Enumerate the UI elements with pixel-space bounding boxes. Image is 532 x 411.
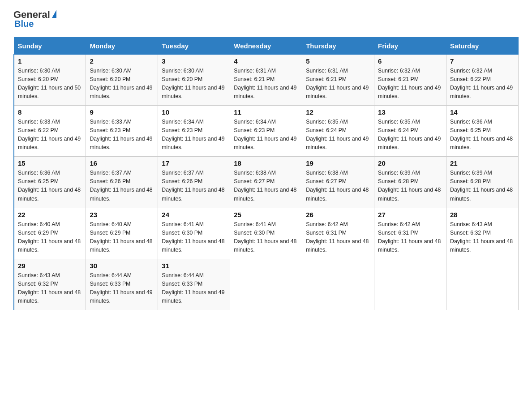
calendar-cell: 5Sunrise: 6:31 AMSunset: 6:21 PMDaylight… [302,55,374,106]
calendar-week-4: 22Sunrise: 6:40 AMSunset: 6:29 PMDayligh… [14,208,519,259]
calendar-cell: 13Sunrise: 6:35 AMSunset: 6:24 PMDayligh… [374,106,446,157]
calendar-cell: 23Sunrise: 6:40 AMSunset: 6:29 PMDayligh… [86,208,158,259]
day-number: 9 [90,108,154,116]
page-header: General Blue [13,9,519,29]
calendar-header-saturday: Saturday [446,38,519,55]
day-info: Sunrise: 6:35 AMSunset: 6:24 PMDaylight:… [306,118,370,152]
calendar-cell [302,259,374,310]
day-info: Sunrise: 6:44 AMSunset: 6:33 PMDaylight:… [162,271,226,305]
day-number: 16 [90,159,154,167]
day-number: 6 [378,57,442,65]
calendar-cell: 31Sunrise: 6:44 AMSunset: 6:33 PMDayligh… [158,259,230,310]
calendar-cell: 8Sunrise: 6:33 AMSunset: 6:22 PMDaylight… [14,106,86,157]
day-info: Sunrise: 6:37 AMSunset: 6:26 PMDaylight:… [90,169,154,203]
day-number: 15 [18,159,82,167]
day-number: 31 [162,262,226,270]
day-number: 13 [378,108,442,116]
calendar-week-3: 15Sunrise: 6:36 AMSunset: 6:25 PMDayligh… [14,157,519,208]
day-number: 3 [162,57,226,65]
day-info: Sunrise: 6:36 AMSunset: 6:25 PMDaylight:… [18,169,82,203]
day-number: 5 [306,57,370,65]
day-info: Sunrise: 6:30 AMSunset: 6:20 PMDaylight:… [90,67,154,101]
day-number: 12 [306,108,370,116]
day-info: Sunrise: 6:40 AMSunset: 6:29 PMDaylight:… [90,220,154,254]
day-number: 19 [306,159,370,167]
day-info: Sunrise: 6:30 AMSunset: 6:20 PMDaylight:… [162,67,226,101]
day-info: Sunrise: 6:42 AMSunset: 6:31 PMDaylight:… [306,220,370,254]
calendar-cell: 12Sunrise: 6:35 AMSunset: 6:24 PMDayligh… [302,106,374,157]
calendar-cell: 30Sunrise: 6:44 AMSunset: 6:33 PMDayligh… [86,259,158,310]
day-info: Sunrise: 6:44 AMSunset: 6:33 PMDaylight:… [90,271,154,305]
calendar-cell: 16Sunrise: 6:37 AMSunset: 6:26 PMDayligh… [86,157,158,208]
day-info: Sunrise: 6:39 AMSunset: 6:28 PMDaylight:… [378,169,442,203]
calendar-cell: 28Sunrise: 6:43 AMSunset: 6:32 PMDayligh… [446,208,519,259]
day-info: Sunrise: 6:43 AMSunset: 6:32 PMDaylight:… [18,271,82,305]
calendar-header-sunday: Sunday [14,38,86,55]
calendar-week-5: 29Sunrise: 6:43 AMSunset: 6:32 PMDayligh… [14,259,519,310]
day-info: Sunrise: 6:39 AMSunset: 6:28 PMDaylight:… [450,169,515,203]
day-info: Sunrise: 6:41 AMSunset: 6:30 PMDaylight:… [162,220,226,254]
day-info: Sunrise: 6:34 AMSunset: 6:23 PMDaylight:… [162,118,226,152]
day-info: Sunrise: 6:38 AMSunset: 6:27 PMDaylight:… [306,169,370,203]
calendar-cell: 7Sunrise: 6:32 AMSunset: 6:22 PMDaylight… [446,55,519,106]
day-number: 8 [18,108,82,116]
day-info: Sunrise: 6:36 AMSunset: 6:25 PMDaylight:… [450,118,515,152]
calendar-cell: 6Sunrise: 6:32 AMSunset: 6:21 PMDaylight… [374,55,446,106]
calendar-cell: 29Sunrise: 6:43 AMSunset: 6:32 PMDayligh… [14,259,86,310]
day-number: 26 [306,211,370,218]
day-number: 4 [234,57,298,65]
calendar-cell: 21Sunrise: 6:39 AMSunset: 6:28 PMDayligh… [446,157,519,208]
calendar-cell: 4Sunrise: 6:31 AMSunset: 6:21 PMDaylight… [230,55,302,106]
day-info: Sunrise: 6:41 AMSunset: 6:30 PMDaylight:… [234,220,298,254]
calendar-cell: 20Sunrise: 6:39 AMSunset: 6:28 PMDayligh… [374,157,446,208]
day-number: 27 [378,211,442,218]
day-number: 22 [18,211,82,218]
calendar-week-2: 8Sunrise: 6:33 AMSunset: 6:22 PMDaylight… [14,106,519,157]
logo-triangle-icon [52,10,56,18]
day-number: 29 [18,262,82,270]
calendar-cell: 17Sunrise: 6:37 AMSunset: 6:26 PMDayligh… [158,157,230,208]
day-info: Sunrise: 6:31 AMSunset: 6:21 PMDaylight:… [234,67,298,101]
calendar-cell: 15Sunrise: 6:36 AMSunset: 6:25 PMDayligh… [14,157,86,208]
day-number: 1 [18,57,82,65]
calendar-cell: 10Sunrise: 6:34 AMSunset: 6:23 PMDayligh… [158,106,230,157]
day-info: Sunrise: 6:33 AMSunset: 6:22 PMDaylight:… [18,118,82,152]
day-number: 21 [450,159,515,167]
logo-blue: Blue [14,19,34,29]
day-number: 11 [234,108,298,116]
day-info: Sunrise: 6:43 AMSunset: 6:32 PMDaylight:… [450,220,515,254]
calendar-cell: 24Sunrise: 6:41 AMSunset: 6:30 PMDayligh… [158,208,230,259]
calendar-cell: 18Sunrise: 6:38 AMSunset: 6:27 PMDayligh… [230,157,302,208]
day-info: Sunrise: 6:32 AMSunset: 6:22 PMDaylight:… [450,67,515,101]
calendar-cell: 26Sunrise: 6:42 AMSunset: 6:31 PMDayligh… [302,208,374,259]
day-info: Sunrise: 6:31 AMSunset: 6:21 PMDaylight:… [306,67,370,101]
calendar-header-row: SundayMondayTuesdayWednesdayThursdayFrid… [14,38,519,55]
calendar-cell: 9Sunrise: 6:33 AMSunset: 6:23 PMDaylight… [86,106,158,157]
calendar-header-tuesday: Tuesday [158,38,230,55]
calendar-cell: 11Sunrise: 6:34 AMSunset: 6:23 PMDayligh… [230,106,302,157]
calendar-header-thursday: Thursday [302,38,374,55]
calendar-header-friday: Friday [374,38,446,55]
day-number: 25 [234,211,298,218]
day-info: Sunrise: 6:32 AMSunset: 6:21 PMDaylight:… [378,67,442,101]
day-number: 7 [450,57,515,65]
calendar-cell [374,259,446,310]
day-info: Sunrise: 6:33 AMSunset: 6:23 PMDaylight:… [90,118,154,152]
day-info: Sunrise: 6:35 AMSunset: 6:24 PMDaylight:… [378,118,442,152]
calendar-body: 1Sunrise: 6:30 AMSunset: 6:20 PMDaylight… [14,55,519,310]
logo: General Blue [13,9,56,29]
calendar-cell: 2Sunrise: 6:30 AMSunset: 6:20 PMDaylight… [86,55,158,106]
calendar-cell: 27Sunrise: 6:42 AMSunset: 6:31 PMDayligh… [374,208,446,259]
day-number: 14 [450,108,515,116]
calendar-week-1: 1Sunrise: 6:30 AMSunset: 6:20 PMDaylight… [14,55,519,106]
calendar-cell: 1Sunrise: 6:30 AMSunset: 6:20 PMDaylight… [14,55,86,106]
day-info: Sunrise: 6:38 AMSunset: 6:27 PMDaylight:… [234,169,298,203]
calendar-cell: 19Sunrise: 6:38 AMSunset: 6:27 PMDayligh… [302,157,374,208]
day-info: Sunrise: 6:30 AMSunset: 6:20 PMDaylight:… [18,67,82,101]
calendar-header-monday: Monday [86,38,158,55]
day-info: Sunrise: 6:34 AMSunset: 6:23 PMDaylight:… [234,118,298,152]
day-number: 10 [162,108,226,116]
day-info: Sunrise: 6:42 AMSunset: 6:31 PMDaylight:… [378,220,442,254]
calendar-header-wednesday: Wednesday [230,38,302,55]
day-number: 17 [162,159,226,167]
